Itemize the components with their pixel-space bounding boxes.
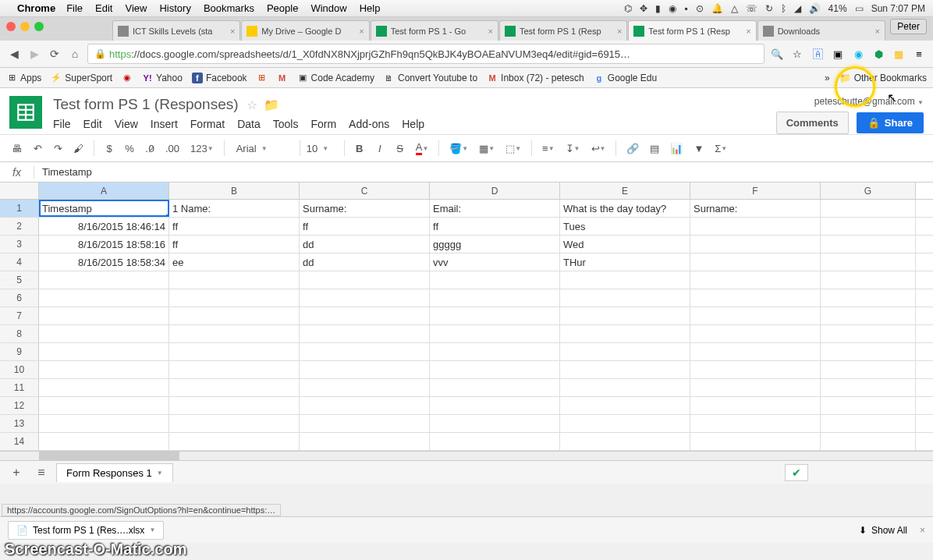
percent-button[interactable]: % (121, 140, 138, 157)
cell[interactable] (39, 415, 169, 432)
cell[interactable] (560, 343, 690, 360)
cell[interactable] (560, 361, 690, 378)
cell[interactable] (300, 343, 430, 360)
borders-button[interactable]: ▦▼ (475, 140, 498, 157)
bm-youtube[interactable]: 🗎Convert Youtube to (384, 73, 477, 83)
cell[interactable]: ff (430, 218, 560, 235)
filter-button[interactable]: ▼ (690, 140, 708, 157)
font-select[interactable]: Arial▼ (231, 140, 293, 157)
row-header[interactable]: 14 (0, 433, 39, 450)
menu-format[interactable]: Format (190, 118, 225, 130)
bm-codeacademy[interactable]: ▣Code Academy (297, 73, 374, 83)
formula-input[interactable]: Timestamp (34, 166, 933, 178)
menu-file[interactable]: File (53, 118, 71, 130)
row-header[interactable]: 11 (0, 379, 39, 396)
paint-format-button[interactable]: 🖌 (69, 140, 87, 157)
overflow-icon[interactable]: » (825, 73, 830, 83)
cell[interactable] (821, 236, 916, 253)
cell[interactable] (821, 361, 916, 378)
italic-button[interactable]: I (371, 140, 388, 157)
cell[interactable] (560, 271, 690, 289)
row-header[interactable]: 1 (0, 200, 39, 217)
wifi-icon[interactable]: ◢ (794, 3, 801, 14)
col-header-c[interactable]: C (300, 183, 430, 199)
bm-gmail-1[interactable]: M (277, 73, 288, 83)
cell[interactable]: Surname: (690, 200, 821, 217)
wrap-button[interactable]: ↩▼ (587, 140, 610, 157)
menu-history[interactable]: History (159, 2, 190, 14)
app-name[interactable]: Chrome (17, 2, 55, 14)
row-header[interactable]: 5 (0, 271, 39, 289)
cell[interactable] (690, 433, 821, 450)
cell[interactable] (169, 325, 300, 342)
sync-icon[interactable]: ✥ (640, 3, 647, 14)
phone-icon[interactable]: ☏ (746, 3, 757, 14)
link-button[interactable]: 🔗 (623, 140, 643, 157)
cell[interactable] (821, 200, 916, 217)
cell[interactable]: 1 Name: (169, 200, 300, 217)
cell[interactable] (169, 379, 300, 396)
close-icon[interactable]: × (875, 27, 880, 36)
dec-decimal-button[interactable]: .0̷ (141, 140, 158, 157)
format-menu[interactable]: 123▼ (186, 140, 218, 157)
cell[interactable] (169, 415, 300, 432)
col-header-e[interactable]: E (560, 183, 690, 199)
cell[interactable] (821, 271, 916, 289)
volume-icon[interactable]: 🔊 (809, 3, 821, 14)
forward-button[interactable]: ▶ (27, 46, 42, 62)
add-sheet-button[interactable]: + (6, 464, 27, 481)
bm-facebook[interactable]: fFacebook (192, 73, 247, 83)
cell[interactable] (430, 379, 560, 396)
cell[interactable] (560, 415, 690, 432)
tab-2[interactable]: Test form PS 1 - Go× (371, 20, 498, 41)
cell[interactable] (821, 289, 916, 307)
row-header[interactable]: 13 (0, 415, 39, 432)
functions-button[interactable]: Σ▼ (711, 140, 731, 157)
cell[interactable] (690, 271, 821, 289)
menu-insert[interactable]: Insert (151, 118, 178, 130)
redo-button[interactable]: ↷ (49, 140, 66, 157)
cell[interactable] (430, 361, 560, 378)
bluetooth-icon[interactable]: ᛒ (781, 3, 786, 14)
cell[interactable] (39, 271, 169, 289)
cell[interactable] (821, 307, 916, 324)
cell[interactable] (821, 218, 916, 235)
bm-icon-only-2[interactable]: ⊞ (257, 73, 268, 83)
bm-icon-only-1[interactable]: ◉ (122, 73, 133, 83)
cell[interactable] (560, 307, 690, 324)
cell[interactable] (300, 379, 430, 396)
cell[interactable] (169, 271, 300, 289)
menu-addons[interactable]: Add-ons (349, 118, 389, 130)
ext-icon-1[interactable]: ▣ (830, 46, 846, 62)
row-header[interactable]: 6 (0, 289, 39, 307)
cell[interactable] (300, 433, 430, 450)
home-button[interactable]: ⌂ (67, 46, 83, 62)
cell[interactable] (690, 253, 821, 271)
cell[interactable] (821, 325, 916, 342)
cell[interactable]: ff (169, 218, 300, 235)
cell[interactable]: ff (169, 236, 300, 253)
cell[interactable]: vvv (430, 253, 560, 271)
all-sheets-button[interactable]: ≡ (31, 464, 51, 481)
star-icon[interactable]: ☆ (789, 46, 805, 62)
show-all-downloads[interactable]: Show All (871, 525, 907, 536)
sheets-logo[interactable] (9, 96, 42, 129)
cell[interactable] (300, 397, 430, 414)
bm-supersport[interactable]: ⚡SuperSport (51, 73, 112, 83)
cell[interactable] (300, 289, 430, 307)
url-input[interactable]: 🔒 https://docs.google.com/spreadsheets/d… (87, 44, 764, 64)
cell[interactable] (39, 433, 169, 450)
back-button[interactable]: ◀ (6, 46, 22, 62)
tab-0[interactable]: ICT Skills Levels (sta× (112, 20, 240, 41)
ext-icon-4[interactable]: ▦ (891, 46, 906, 62)
user-email[interactable]: peteschutte@gmail.com ▼ (814, 96, 924, 107)
cell[interactable]: 8/16/2015 18:58:34 (39, 253, 169, 271)
timemachine-icon[interactable]: ↻ (765, 3, 773, 14)
font-size-select[interactable]: 10▼ (307, 143, 338, 154)
print-button[interactable]: 🖶 (8, 140, 26, 157)
menu-window[interactable]: Window (310, 2, 346, 14)
cell[interactable] (430, 397, 560, 414)
user-badge[interactable]: Peter (890, 19, 927, 34)
cell[interactable] (430, 271, 560, 289)
close-icon[interactable]: × (359, 27, 364, 36)
